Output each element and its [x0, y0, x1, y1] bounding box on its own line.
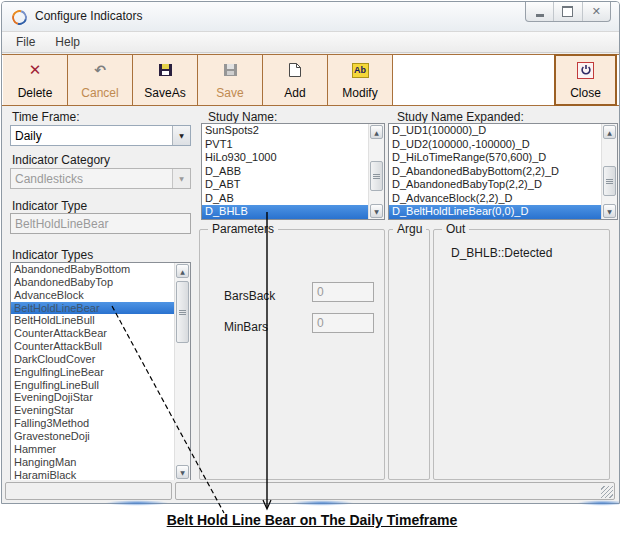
maximize-icon: [562, 6, 573, 17]
list-item[interactable]: D_AbandonedBabyTop(2,2)_D: [389, 178, 601, 192]
list-item[interactable]: EveningStar: [11, 404, 174, 417]
list-item[interactable]: GravestoneDoji: [11, 430, 174, 443]
list-item[interactable]: D_ABB: [202, 165, 368, 179]
study-name-label: Study Name:: [208, 110, 277, 124]
save-as-button-label: SaveAs: [144, 86, 185, 100]
add-button[interactable]: Add: [263, 55, 328, 105]
status-panel-left: [5, 482, 172, 500]
time-frame-dropdown-button[interactable]: ▼: [172, 126, 190, 145]
list-item[interactable]: EngulfingLineBull: [11, 379, 174, 392]
study-name-expanded-list: D_UD1(100000)_D D_UD2(100000,-100000)_D …: [388, 123, 618, 220]
close-button-label: Close: [570, 86, 601, 100]
list-item[interactable]: D_AbandonedBabyBottom(2,2)_D: [389, 165, 601, 179]
time-frame-label: Time Frame:: [12, 110, 80, 124]
modify-ab-icon: Ab: [352, 63, 369, 78]
scrollbar-thumb[interactable]: [176, 281, 189, 343]
indicator-types-list: AbandonedBabyBottom AbandonedBabyTop Adv…: [10, 262, 191, 481]
title-bar[interactable]: Configure Indicators ✕: [2, 2, 619, 31]
list-item[interactable]: D_AB: [202, 192, 368, 206]
delete-button[interactable]: ✕ Delete: [3, 55, 68, 105]
delete-button-label: Delete: [18, 86, 53, 100]
indicator-type-label: Indicator Type: [12, 199, 87, 213]
scrollbar-thumb[interactable]: [370, 161, 383, 191]
list-item[interactable]: AdvanceBlock: [11, 289, 174, 302]
arguments-group-label: Argu: [393, 222, 426, 236]
study-name-scrollbar[interactable]: ▲ ▼: [368, 124, 384, 219]
save-floppy-icon: [224, 64, 237, 76]
close-window-button[interactable]: ✕: [583, 2, 610, 21]
scroll-down-button[interactable]: ▼: [176, 465, 189, 479]
close-icon: ✕: [592, 5, 601, 18]
save-as-icon-wrap: [159, 61, 172, 79]
thumb-grip-icon: [606, 179, 613, 184]
list-item[interactable]: DarkCloudCover: [11, 353, 174, 366]
list-item[interactable]: AbandonedBabyBottom: [11, 263, 174, 276]
list-item[interactable]: CounterAttackBear: [11, 327, 174, 340]
add-icon-wrap: [288, 61, 302, 79]
minimize-button[interactable]: [526, 2, 554, 21]
list-item[interactable]: D_AdvanceBlock(2,2)_D: [389, 192, 601, 206]
list-item[interactable]: SunSpots2: [202, 124, 368, 138]
time-frame-select[interactable]: Daily ▼: [10, 125, 191, 146]
resize-grip[interactable]: [601, 486, 613, 498]
window-controls: ✕: [525, 2, 611, 22]
parameters-group: Parameters: [199, 229, 385, 480]
list-item-selected[interactable]: D_BHLB: [202, 205, 368, 219]
scroll-down-icon: ▼: [180, 469, 185, 476]
list-item[interactable]: EveningDojiStar: [11, 391, 174, 404]
list-item[interactable]: EngulfingLineBear: [11, 366, 174, 379]
indicator-category-dropdown-button: ▼: [172, 169, 190, 188]
minbars-label: MinBars: [224, 320, 268, 334]
study-name-expanded-label: Study Name Expanded:: [397, 110, 524, 124]
list-item[interactable]: BeltHoldLineBull: [11, 314, 174, 327]
list-item[interactable]: AbandonedBabyTop: [11, 276, 174, 289]
chevron-down-icon: ▼: [179, 175, 184, 182]
scroll-up-button[interactable]: ▲: [603, 125, 616, 139]
close-button[interactable]: Close: [554, 54, 617, 106]
study-name-expanded-scrollbar[interactable]: ▲ ▼: [601, 124, 617, 219]
save-as-floppy-icon: [159, 64, 172, 76]
list-item-selected[interactable]: BeltHoldLineBear: [11, 302, 174, 315]
indicator-types-scrollbar[interactable]: ▲ ▼: [174, 263, 190, 480]
indicator-type-field: BeltHoldLineBear: [10, 213, 191, 234]
scroll-up-icon: ▲: [180, 268, 185, 275]
cancel-button: ↶ Cancel: [68, 55, 133, 105]
window-title: Configure Indicators: [35, 9, 142, 23]
save-as-button[interactable]: SaveAs: [133, 55, 198, 105]
indicator-types-label: Indicator Types: [12, 248, 93, 262]
maximize-button[interactable]: [554, 2, 582, 21]
barsback-label: BarsBack: [224, 289, 275, 303]
save-button: Save: [198, 55, 263, 105]
modify-icon-wrap: Ab: [352, 61, 369, 79]
window-bottom-glow: [2, 500, 619, 506]
minimize-icon: [536, 14, 544, 17]
scroll-down-button[interactable]: ▼: [370, 204, 383, 218]
delete-x-icon: ✕: [29, 61, 42, 79]
scrollbar-thumb[interactable]: [603, 166, 616, 196]
list-item[interactable]: CounterAttackBull: [11, 340, 174, 353]
menu-item-help[interactable]: Help: [45, 35, 90, 49]
list-item[interactable]: Falling3Method: [11, 417, 174, 430]
scroll-up-button[interactable]: ▲: [176, 264, 189, 278]
toolbar: ✕ Delete ↶ Cancel SaveAs Save Add Ab Mod…: [2, 54, 619, 106]
scroll-down-button[interactable]: ▼: [603, 204, 616, 218]
list-item[interactable]: D_ABT: [202, 178, 368, 192]
save-button-label: Save: [216, 86, 243, 100]
out-detected-value: D_BHLB::Detected: [451, 246, 552, 260]
list-item[interactable]: HiLo930_1000: [202, 151, 368, 165]
indicator-category-select: Candlesticks ▼: [10, 168, 191, 189]
modify-button-label: Modify: [342, 86, 377, 100]
scroll-up-button[interactable]: ▲: [370, 125, 383, 139]
indicator-category-value: Candlesticks: [11, 172, 172, 186]
list-item[interactable]: D_UD1(100000)_D: [389, 124, 601, 138]
list-item[interactable]: D_HiLoTimeRange(570,600)_D: [389, 151, 601, 165]
modify-button[interactable]: Ab Modify: [328, 55, 393, 105]
list-item-selected[interactable]: D_BeltHoldLineBear(0,0)_D: [389, 205, 601, 219]
menu-item-file[interactable]: File: [6, 35, 45, 49]
list-item[interactable]: HangingMan: [11, 456, 174, 469]
list-item[interactable]: Hammer: [11, 443, 174, 456]
scroll-down-icon: ▼: [374, 208, 379, 215]
save-icon-wrap: [224, 61, 237, 79]
list-item[interactable]: PVT1: [202, 138, 368, 152]
list-item[interactable]: D_UD2(100000,-100000)_D: [389, 138, 601, 152]
